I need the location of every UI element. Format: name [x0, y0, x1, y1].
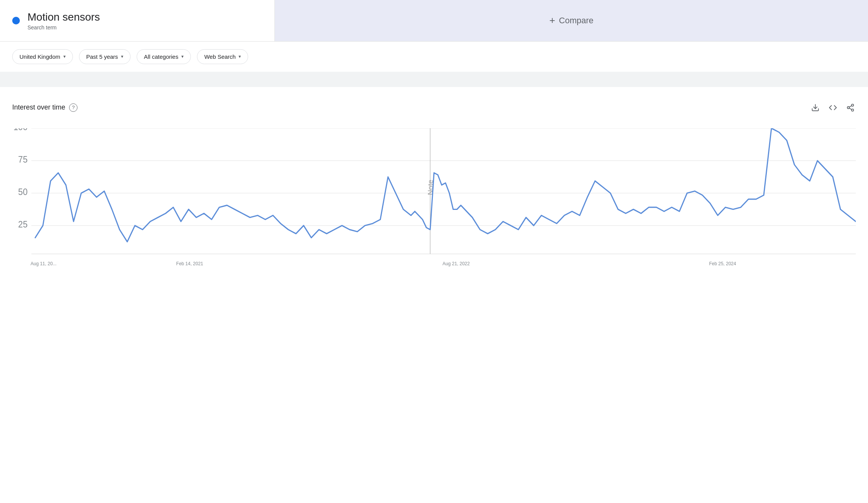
location-label: United Kingdom — [19, 53, 60, 60]
filters-section: United Kingdom ▾ Past 5 years ▾ All cate… — [0, 42, 868, 72]
search-type-chevron-icon: ▾ — [239, 54, 241, 59]
category-filter[interactable]: All categories ▾ — [137, 49, 191, 64]
search-type-label: Web Search — [204, 53, 236, 60]
location-filter[interactable]: United Kingdom ▾ — [12, 49, 73, 64]
svg-text:25: 25 — [18, 219, 28, 229]
help-icon[interactable]: ? — [69, 103, 77, 112]
x-label-1: Feb 14, 2021 — [176, 261, 203, 266]
chart-area: 100 75 50 25 Note — [12, 128, 856, 258]
chart-title-group: Interest over time ? — [12, 103, 77, 112]
compare-panel[interactable]: + Compare — [275, 0, 868, 41]
x-axis-labels: Aug 11, 20... Feb 14, 2021 Aug 21, 2022 … — [12, 258, 856, 266]
location-chevron-icon: ▾ — [63, 54, 66, 59]
search-term-panel: Motion sensors Search term — [0, 0, 275, 41]
svg-text:50: 50 — [18, 187, 28, 197]
compare-plus-icon: + — [549, 15, 555, 26]
time-range-label: Past 5 years — [86, 53, 118, 60]
term-text: Motion sensors Search term — [27, 11, 100, 31]
svg-line-4 — [849, 108, 852, 110]
svg-text:75: 75 — [18, 154, 28, 164]
svg-text:100: 100 — [13, 128, 27, 132]
chart-header: Interest over time ? — [12, 102, 856, 113]
time-range-chevron-icon: ▾ — [121, 54, 123, 59]
chart-section: Interest over time ? — [0, 87, 868, 278]
embed-icon[interactable] — [828, 102, 838, 113]
compare-button[interactable]: + Compare — [549, 15, 594, 26]
chart-title: Interest over time — [12, 103, 65, 111]
x-label-5: Feb 25, 2024 — [709, 261, 736, 266]
share-icon[interactable] — [845, 102, 856, 113]
search-term-dot — [12, 17, 20, 24]
category-label: All categories — [144, 53, 178, 60]
compare-label: Compare — [559, 16, 593, 26]
chart-svg: 100 75 50 25 Note — [12, 128, 856, 258]
download-icon[interactable] — [810, 102, 821, 113]
chart-actions — [810, 102, 856, 113]
search-term-subtitle: Search term — [27, 24, 100, 31]
x-label-3: Aug 21, 2022 — [442, 261, 469, 266]
category-chevron-icon: ▾ — [181, 54, 184, 59]
search-type-filter[interactable]: Web Search ▾ — [197, 49, 248, 64]
time-range-filter[interactable]: Past 5 years ▾ — [79, 49, 131, 64]
top-section: Motion sensors Search term + Compare — [0, 0, 868, 42]
svg-line-5 — [849, 106, 852, 107]
divider — [0, 72, 868, 87]
x-label-0: Aug 11, 20... — [31, 261, 56, 266]
search-term-title: Motion sensors — [27, 11, 100, 24]
